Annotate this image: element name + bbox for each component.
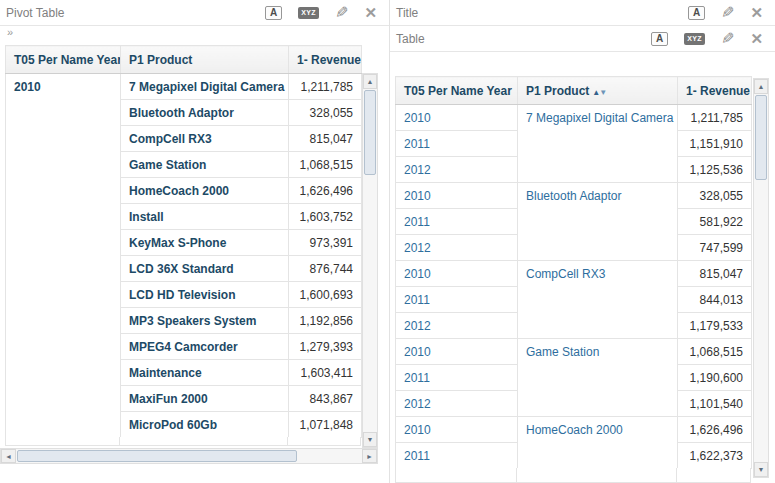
scroll-up-button[interactable]: ▲ [363,74,377,89]
table-revenue-cell: 815,047 [678,261,752,287]
rename-icon[interactable]: XYZ [684,33,705,45]
pivot-product-cell[interactable]: LCD 36X Standard [121,256,289,282]
pivot-revenue-cell: 1,279,393 [289,334,362,360]
table-revenue-cell: 1,179,533 [678,313,752,339]
table-product-cell[interactable]: HomeCoach 2000 [518,417,678,469]
clipped-cell [6,437,120,445]
table-product-cell[interactable]: Game Station [518,339,678,417]
pivot-revenue-cell: 1,071,848 [289,412,362,438]
table-col-revenue-header[interactable]: 1- Revenue [678,77,752,105]
close-icon[interactable]: ✕ [750,32,763,46]
pivot-col-product-header[interactable]: P1 Product [121,46,289,74]
table-col-product-label[interactable]: P1 Product [526,84,589,98]
scroll-thumb[interactable] [755,95,767,180]
table-product-cell[interactable]: 7 Megapixel Digital Camera [518,105,678,183]
table-year-cell[interactable]: 2011 [396,365,518,391]
scroll-thumb[interactable] [364,90,376,175]
edit-pencil-icon[interactable]: ✎ [721,32,734,46]
rename-icon[interactable]: XYZ [298,7,319,19]
table-year-cell[interactable]: 2010 [396,417,518,443]
pivot-table: T05 Per Name Year P1 Product 1- Revenue … [5,45,362,438]
table-row: 2010Game Station1,068,515 [396,339,752,365]
clipped-row [5,437,361,446]
table-year-cell[interactable]: 2011 [396,287,518,313]
right-column-panel: Title A ✎ ✕ Table A XYZ ✎ ✕ T05 Per Name… [390,0,775,483]
pivot-revenue-cell: 1,211,785 [289,74,362,100]
pivot-product-cell[interactable]: Bluetooth Adaptor [121,100,289,126]
table-panel-title: Table [396,32,651,46]
scroll-down-button[interactable]: ▼ [754,462,768,477]
pivot-revenue-cell: 1,192,856 [289,308,362,334]
pivot-vertical-scrollbar[interactable]: ▲ ▼ [362,73,378,448]
table-product-cell[interactable]: CompCell RX3 [518,261,678,339]
pivot-product-cell[interactable]: MicroPod 60Gb [121,412,289,438]
table-revenue-cell: 1,190,600 [678,365,752,391]
pivot-table-panel: Pivot Table A XYZ ✎ ✕ » T05 Per Name Yea… [0,0,389,483]
table-row: 2010Bluetooth Adaptor328,055 [396,183,752,209]
pivot-col-revenue-header[interactable]: 1- Revenue [289,46,362,74]
pivot-col-year-header[interactable]: T05 Per Name Year [6,46,121,74]
close-icon[interactable]: ✕ [750,6,763,20]
table-header-row: T05 Per Name Year P1 Product▲▼ 1- Revenu… [396,77,752,105]
table-year-cell[interactable]: 2012 [396,157,518,183]
table-revenue-cell: 1,622,373 [678,443,752,469]
table-year-cell[interactable]: 2012 [396,391,518,417]
table-year-cell[interactable]: 2011 [396,443,518,469]
title-panel-title: Title [396,6,688,20]
table-year-cell[interactable]: 2011 [396,131,518,157]
pivot-table-row: 20107 Megapixel Digital Camera1,211,785 [6,74,362,100]
table-revenue-cell: 1,626,496 [678,417,752,443]
pivot-horizontal-scrollbar[interactable]: ◄ ► [0,448,378,464]
pivot-product-cell[interactable]: Maintenance [121,360,289,386]
pivot-product-cell[interactable]: KeyMax S-Phone [121,230,289,256]
scroll-down-button[interactable]: ▼ [363,432,377,447]
table-revenue-cell: 1,068,515 [678,339,752,365]
pivot-product-cell[interactable]: CompCell RX3 [121,126,289,152]
pivot-revenue-cell: 1,603,752 [289,204,362,230]
scroll-track[interactable] [298,449,362,463]
pivot-product-cell[interactable]: HomeCoach 2000 [121,178,289,204]
table-toolbar: A XYZ ✎ ✕ [651,32,763,46]
pivot-product-cell[interactable]: MP3 Speakers System [121,308,289,334]
close-icon[interactable]: ✕ [364,6,377,20]
scroll-thumb[interactable] [17,450,297,462]
clipped-cell [517,468,677,482]
pivot-revenue-cell: 328,055 [289,100,362,126]
table-year-cell[interactable]: 2010 [396,183,518,209]
table-col-year-header[interactable]: T05 Per Name Year [396,77,518,105]
edit-pencil-icon[interactable]: ✎ [721,6,734,20]
pivot-product-cell[interactable]: Install [121,204,289,230]
scroll-track[interactable] [363,176,377,432]
format-icon[interactable]: A [265,6,282,20]
pivot-year-cell[interactable]: 2010 [6,74,121,438]
pivot-product-cell[interactable]: MaxiFun 2000 [121,386,289,412]
sort-icons: ▲▼ [592,88,606,97]
table-year-cell[interactable]: 2010 [396,105,518,131]
format-icon[interactable]: A [688,6,705,20]
pivot-product-cell[interactable]: LCD HD Television [121,282,289,308]
pivot-toolbar: A XYZ ✎ ✕ [265,6,377,20]
edit-pencil-icon[interactable]: ✎ [335,6,348,20]
table-revenue-cell: 747,599 [678,235,752,261]
pivot-product-cell[interactable]: MPEG4 Camcorder [121,334,289,360]
table-year-cell[interactable]: 2010 [396,339,518,365]
clipped-cell [120,437,288,445]
format-icon[interactable]: A [651,32,668,46]
table-revenue-cell: 844,013 [678,287,752,313]
scroll-track[interactable] [754,181,768,462]
table-year-cell[interactable]: 2012 [396,313,518,339]
pivot-revenue-cell: 876,744 [289,256,362,282]
table-year-cell[interactable]: 2012 [396,235,518,261]
pivot-product-cell[interactable]: Game Station [121,152,289,178]
scroll-up-button[interactable]: ▲ [754,79,768,94]
table-col-product-header[interactable]: P1 Product▲▼ [518,77,678,105]
scroll-right-button[interactable]: ► [362,449,377,463]
table-year-cell[interactable]: 2010 [396,261,518,287]
sort-descending-icon[interactable]: ▼ [599,88,606,97]
pivot-product-cell[interactable]: 7 Megapixel Digital Camera [121,74,289,100]
table-year-cell[interactable]: 2011 [396,209,518,235]
table-product-cell[interactable]: Bluetooth Adaptor [518,183,678,261]
section-expander-icon[interactable]: » [0,26,389,43]
table-vertical-scrollbar[interactable]: ▲ ▼ [753,78,769,478]
scroll-left-button[interactable]: ◄ [1,449,16,463]
